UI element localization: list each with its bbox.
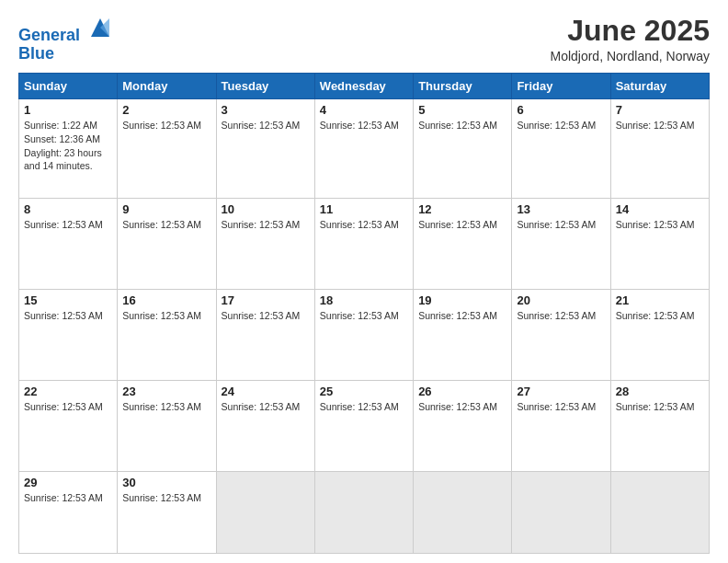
day-info: Sunrise: 12:53 AM — [24, 400, 112, 414]
day-number: 16 — [122, 293, 210, 307]
month-title: June 2025 — [550, 15, 710, 47]
day-number: 10 — [222, 202, 310, 216]
table-row: 24Sunrise: 12:53 AM — [216, 380, 314, 471]
day-info: Sunrise: 12:53 AM — [24, 218, 112, 232]
day-number: 14 — [616, 202, 704, 216]
table-row: 1Sunrise: 1:22 AM Sunset: 12:36 AM Dayli… — [19, 99, 118, 199]
day-info: Sunrise: 12:53 AM — [122, 400, 210, 414]
day-info: Sunrise: 12:53 AM — [122, 218, 210, 232]
day-number: 28 — [616, 385, 704, 398]
table-row: 9Sunrise: 12:53 AM — [118, 198, 216, 289]
day-number: 1 — [24, 103, 112, 117]
day-info: Sunrise: 12:53 AM — [616, 309, 704, 323]
table-row: 13Sunrise: 12:53 AM — [512, 198, 610, 289]
day-number: 27 — [517, 385, 605, 398]
table-row: 6Sunrise: 12:53 AM — [512, 99, 610, 199]
table-row: 14Sunrise: 12:53 AM — [610, 198, 709, 289]
day-info: Sunrise: 12:53 AM — [222, 218, 310, 232]
logo-general: General — [18, 26, 80, 44]
day-number: 8 — [24, 202, 112, 216]
day-info: Sunrise: 12:53 AM — [222, 400, 310, 414]
day-info: Sunrise: 12:53 AM — [320, 119, 408, 132]
day-info: Sunrise: 12:53 AM — [418, 119, 506, 132]
calendar-week-row: 29Sunrise: 12:53 AM30Sunrise: 12:53 AM — [19, 472, 710, 554]
day-info: Sunrise: 12:53 AM — [122, 119, 210, 132]
day-number: 26 — [418, 385, 506, 398]
table-row: 26Sunrise: 12:53 AM — [414, 380, 512, 471]
day-number: 23 — [122, 385, 210, 398]
day-number: 15 — [24, 293, 112, 307]
day-number: 2 — [122, 103, 210, 117]
col-monday: Monday — [118, 74, 216, 99]
table-row: 5Sunrise: 12:53 AM — [414, 99, 512, 199]
day-info: Sunrise: 12:53 AM — [517, 119, 605, 132]
day-info: Sunrise: 12:53 AM — [616, 400, 704, 414]
col-friday: Friday — [512, 74, 610, 99]
day-number: 24 — [222, 385, 310, 398]
col-wednesday: Wednesday — [314, 74, 413, 99]
table-row: 15Sunrise: 12:53 AM — [19, 289, 118, 380]
day-number: 9 — [122, 202, 210, 216]
table-row — [314, 472, 413, 554]
table-row: 28Sunrise: 12:53 AM — [610, 380, 709, 471]
table-row: 25Sunrise: 12:53 AM — [314, 380, 413, 471]
table-row: 20Sunrise: 12:53 AM — [512, 289, 610, 380]
day-number: 17 — [222, 293, 310, 307]
day-info: Sunrise: 12:53 AM — [222, 309, 310, 323]
table-row: 18Sunrise: 12:53 AM — [314, 289, 413, 380]
day-number: 30 — [122, 476, 210, 489]
table-row — [414, 472, 512, 554]
table-row: 11Sunrise: 12:53 AM — [314, 198, 413, 289]
table-row: 12Sunrise: 12:53 AM — [414, 198, 512, 289]
table-row — [512, 472, 610, 554]
table-row: 8Sunrise: 12:53 AM — [19, 198, 118, 289]
table-row: 7Sunrise: 12:53 AM — [610, 99, 709, 199]
logo-text: General — [18, 15, 113, 45]
table-row: 17Sunrise: 12:53 AM — [216, 289, 314, 380]
day-number: 11 — [320, 202, 408, 216]
day-number: 19 — [418, 293, 506, 307]
day-number: 5 — [418, 103, 506, 117]
logo: General Blue — [18, 15, 113, 63]
header: General Blue June 2025 Moldjord, Nordlan… — [18, 15, 710, 63]
title-block: June 2025 Moldjord, Nordland, Norway — [550, 15, 710, 63]
page: General Blue June 2025 Moldjord, Nordlan… — [0, 0, 728, 563]
table-row — [216, 472, 314, 554]
table-row: 10Sunrise: 12:53 AM — [216, 198, 314, 289]
logo-icon — [87, 15, 113, 40]
day-info: Sunrise: 1:22 AM Sunset: 12:36 AM Daylig… — [24, 119, 112, 173]
day-info: Sunrise: 12:53 AM — [418, 309, 506, 323]
calendar-header-row: Sunday Monday Tuesday Wednesday Thursday… — [19, 74, 710, 99]
day-number: 3 — [222, 103, 310, 117]
table-row: 22Sunrise: 12:53 AM — [19, 380, 118, 471]
day-number: 4 — [320, 103, 408, 117]
day-number: 7 — [616, 103, 704, 117]
day-number: 21 — [616, 293, 704, 307]
day-number: 29 — [24, 476, 112, 489]
day-info: Sunrise: 12:53 AM — [222, 119, 310, 132]
day-info: Sunrise: 12:53 AM — [418, 218, 506, 232]
calendar-table: Sunday Monday Tuesday Wednesday Thursday… — [18, 73, 710, 554]
day-info: Sunrise: 12:53 AM — [517, 218, 605, 232]
day-number: 22 — [24, 385, 112, 398]
day-number: 6 — [517, 103, 605, 117]
day-number: 25 — [320, 385, 408, 398]
calendar-week-row: 22Sunrise: 12:53 AM23Sunrise: 12:53 AM24… — [19, 380, 710, 471]
day-info: Sunrise: 12:53 AM — [517, 400, 605, 414]
day-info: Sunrise: 12:53 AM — [418, 400, 506, 414]
table-row — [610, 472, 709, 554]
table-row: 4Sunrise: 12:53 AM — [314, 99, 413, 199]
day-number: 13 — [517, 202, 605, 216]
day-info: Sunrise: 12:53 AM — [616, 218, 704, 232]
day-info: Sunrise: 12:53 AM — [122, 491, 210, 505]
table-row: 3Sunrise: 12:53 AM — [216, 99, 314, 199]
day-number: 18 — [320, 293, 408, 307]
col-thursday: Thursday — [414, 74, 512, 99]
col-saturday: Saturday — [610, 74, 709, 99]
location: Moldjord, Nordland, Norway — [550, 49, 710, 63]
day-info: Sunrise: 12:53 AM — [320, 218, 408, 232]
day-info: Sunrise: 12:53 AM — [320, 309, 408, 323]
table-row: 27Sunrise: 12:53 AM — [512, 380, 610, 471]
table-row: 21Sunrise: 12:53 AM — [610, 289, 709, 380]
logo-blue: Blue — [18, 45, 113, 63]
